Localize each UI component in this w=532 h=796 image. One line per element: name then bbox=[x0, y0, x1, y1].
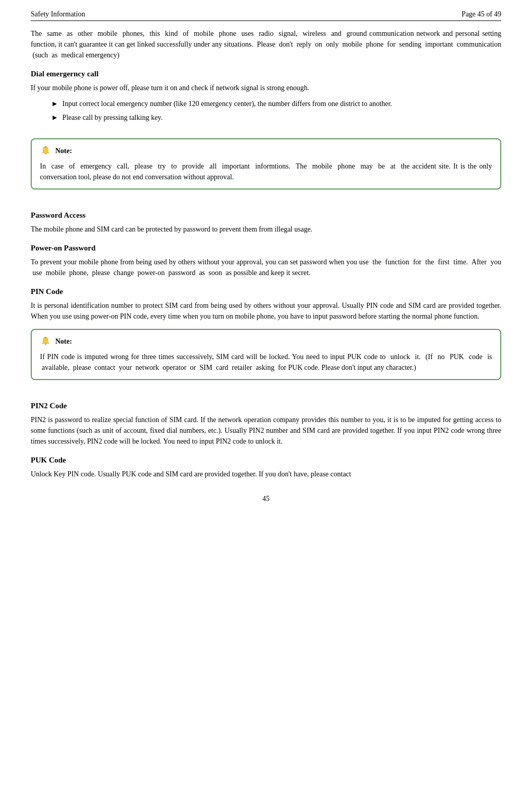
bullet-item-1: ► Input correct local emergency number (… bbox=[51, 98, 501, 109]
power-on-password-para: To prevent your mobile phone from being … bbox=[31, 257, 501, 278]
pin-code-para: It is personal identification number to … bbox=[31, 300, 501, 322]
bullet-arrow-1: ► bbox=[51, 98, 58, 109]
svg-point-1 bbox=[45, 146, 47, 148]
bullet-item-2: ► Please call by pressing talking key. bbox=[51, 112, 501, 123]
page-footer: 45 bbox=[31, 495, 501, 503]
note-label-pin: Note: bbox=[55, 338, 72, 346]
svg-rect-2 bbox=[45, 344, 47, 345]
pin2-code-heading: PIN2 Code bbox=[31, 402, 501, 410]
note-box-emergency: Note: In case of emergency call, please … bbox=[31, 138, 501, 190]
bullet-text-2: Please call by pressing talking key. bbox=[62, 112, 163, 123]
header-left: Safety Information bbox=[31, 10, 85, 18]
note-label-emergency: Note: bbox=[55, 147, 72, 155]
page-header: Safety Information Page 45 of 49 bbox=[31, 10, 501, 21]
header-right: Page 45 of 49 bbox=[462, 10, 501, 18]
dial-emergency-para1: If your mobile phone is power off, pleas… bbox=[31, 82, 501, 93]
intro-paragraph: The same as other mobile phones, this ki… bbox=[31, 28, 501, 60]
page-number: 45 bbox=[263, 495, 270, 502]
svg-rect-0 bbox=[45, 153, 47, 154]
note-box-pin: Note: If PIN code is imputed wrong for t… bbox=[31, 329, 501, 380]
bullet-text-1: Input correct local emergency number (li… bbox=[62, 98, 392, 109]
note-body-emergency: In case of emergency call, please try to… bbox=[40, 161, 492, 182]
svg-point-3 bbox=[45, 337, 47, 339]
note-body-pin: If PIN code is imputed wrong for three t… bbox=[40, 351, 492, 373]
pin-code-heading: PIN Code bbox=[31, 287, 501, 296]
dial-emergency-heading: Dial emergerncy call bbox=[31, 70, 501, 78]
puk-code-heading: PUK Code bbox=[31, 456, 501, 465]
bell-icon bbox=[40, 145, 51, 157]
bell-icon-2 bbox=[40, 336, 51, 347]
note-header-pin: Note: bbox=[40, 336, 492, 347]
password-access-heading: Password Access bbox=[31, 211, 501, 220]
pin2-code-para: PIN2 is password to realize special func… bbox=[31, 414, 501, 447]
note-header-emergency: Note: bbox=[40, 145, 492, 157]
puk-code-para: Unlock Key PIN code. Usually PUK code an… bbox=[31, 469, 501, 479]
power-on-password-heading: Power-on Password bbox=[31, 244, 501, 253]
bullet-arrow-2: ► bbox=[51, 112, 58, 123]
password-access-para: The mobile phone and SIM card can be pro… bbox=[31, 224, 501, 235]
